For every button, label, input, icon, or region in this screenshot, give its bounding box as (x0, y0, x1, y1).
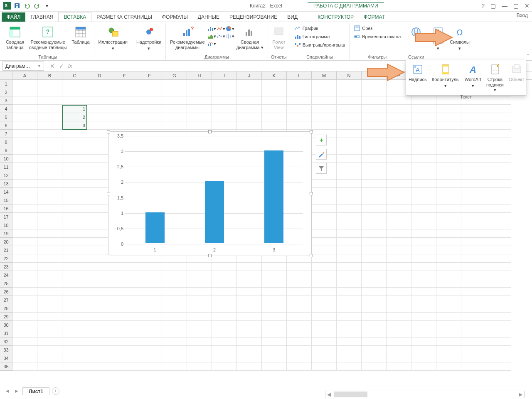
row-header[interactable]: 32 (0, 337, 12, 346)
line-chart-icon[interactable]: ▾ (217, 25, 224, 32)
cell[interactable] (337, 113, 362, 121)
row-header[interactable]: 7 (0, 130, 12, 138)
cell[interactable] (312, 263, 337, 271)
cell[interactable] (12, 271, 37, 279)
cell[interactable] (411, 329, 436, 337)
cell[interactable] (162, 113, 187, 121)
cell[interactable] (337, 346, 362, 354)
cell[interactable] (62, 180, 87, 188)
cell[interactable] (486, 329, 511, 337)
cell[interactable] (187, 313, 212, 321)
cell[interactable] (362, 346, 387, 354)
cell[interactable] (12, 263, 37, 271)
cell[interactable] (37, 254, 62, 263)
cell[interactable] (62, 130, 87, 138)
cell[interactable]: 3 (62, 121, 87, 130)
cell[interactable] (137, 337, 162, 346)
cell[interactable] (87, 313, 112, 321)
cell[interactable] (312, 271, 337, 279)
cell[interactable] (387, 196, 411, 204)
cell[interactable] (461, 263, 486, 271)
cell[interactable] (37, 329, 62, 337)
cell[interactable] (337, 88, 362, 96)
cell[interactable] (112, 113, 137, 121)
row-header[interactable]: 35 (0, 362, 12, 371)
cell[interactable] (37, 171, 62, 180)
name-box[interactable]: Диаграм…▼ (2, 62, 44, 71)
cell[interactable] (436, 138, 461, 146)
cell[interactable] (387, 138, 411, 146)
cell[interactable] (486, 130, 511, 138)
cell[interactable] (362, 337, 387, 346)
cell[interactable] (37, 337, 62, 346)
cell[interactable] (486, 180, 511, 188)
cell[interactable] (411, 105, 436, 113)
cell[interactable] (436, 105, 461, 113)
cell[interactable] (461, 313, 486, 321)
cell[interactable] (312, 188, 337, 196)
cell[interactable] (137, 80, 162, 88)
sparkline-winloss-button[interactable]: Выигрыш/проигрыш (293, 41, 347, 49)
cell[interactable] (461, 288, 486, 296)
row-header[interactable]: 16 (0, 204, 12, 213)
timeline-button[interactable]: Временная шкала (352, 33, 402, 40)
cell[interactable] (262, 313, 287, 321)
pivot-table-button[interactable]: Сводная таблица (4, 25, 26, 51)
cell[interactable] (137, 346, 162, 354)
cell[interactable] (436, 329, 461, 337)
cell[interactable] (87, 113, 112, 121)
cell[interactable] (62, 329, 87, 337)
cell[interactable] (312, 88, 337, 96)
cell[interactable] (411, 246, 436, 254)
row-header[interactable]: 30 (0, 321, 12, 329)
cell[interactable] (337, 337, 362, 346)
cell[interactable] (237, 121, 262, 130)
cell[interactable] (37, 279, 62, 288)
cell[interactable] (436, 238, 461, 246)
cell[interactable] (486, 304, 511, 313)
chart-plot-area[interactable]: 00,511,522,533,5123 (125, 136, 303, 243)
cell[interactable] (287, 279, 312, 288)
cell[interactable] (387, 121, 411, 130)
cell[interactable] (37, 180, 62, 188)
cell[interactable] (411, 188, 436, 196)
cell[interactable] (262, 362, 287, 371)
cell[interactable] (461, 138, 486, 146)
cell[interactable] (411, 288, 436, 296)
cell[interactable] (162, 121, 187, 130)
cell[interactable] (436, 121, 461, 130)
cell[interactable] (436, 163, 461, 171)
cell[interactable] (287, 96, 312, 105)
cell[interactable] (411, 313, 436, 321)
cell[interactable] (212, 113, 237, 121)
cell[interactable] (212, 313, 237, 321)
cell[interactable] (12, 238, 37, 246)
cell[interactable] (411, 238, 436, 246)
embedded-chart[interactable]: 00,511,522,533,5123 (108, 131, 312, 256)
cell[interactable] (87, 96, 112, 105)
add-sheet-button[interactable]: + (52, 387, 59, 395)
cell[interactable] (387, 155, 411, 163)
cell[interactable] (137, 263, 162, 271)
cell[interactable] (37, 313, 62, 321)
cell[interactable] (37, 130, 62, 138)
cell[interactable] (436, 180, 461, 188)
row-header[interactable]: 3 (0, 96, 12, 105)
login-link[interactable]: Вход (517, 12, 528, 18)
cell[interactable] (12, 221, 37, 229)
cell[interactable] (212, 88, 237, 96)
cell[interactable] (12, 229, 37, 238)
cell[interactable] (436, 296, 461, 304)
row-header[interactable]: 21 (0, 246, 12, 254)
textbox-button[interactable]: AНадпись (406, 62, 429, 94)
cell[interactable] (362, 88, 387, 96)
cell[interactable] (37, 362, 62, 371)
cell[interactable] (12, 105, 37, 113)
cell[interactable] (362, 304, 387, 313)
cell[interactable] (461, 130, 486, 138)
cell[interactable] (486, 362, 511, 371)
cell[interactable] (337, 105, 362, 113)
cell[interactable] (337, 163, 362, 171)
cell[interactable] (262, 113, 287, 121)
row-header[interactable]: 28 (0, 304, 12, 313)
